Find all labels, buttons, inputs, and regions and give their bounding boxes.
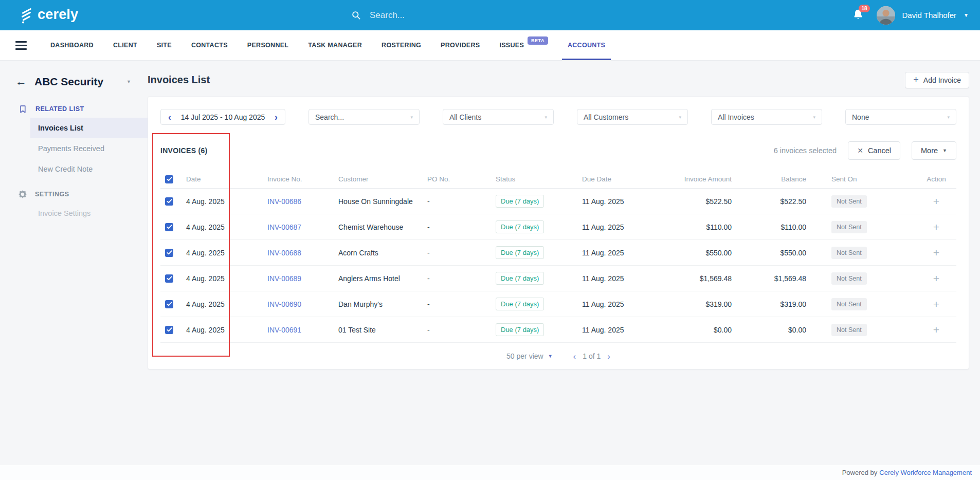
tab-client[interactable]: CLIENT [103, 30, 147, 60]
avatar[interactable] [877, 6, 895, 25]
chevron-down-icon: ▾ [947, 115, 950, 120]
cell-invoice-amount: $319.00 [664, 300, 732, 308]
table-footer: 50 per view ▼ ‹ 1 of 1 › [160, 343, 956, 370]
brand-name[interactable]: cerely [38, 8, 78, 23]
bookmark-icon [19, 105, 27, 114]
column-header-invoice-no[interactable]: Invoice No. [267, 175, 338, 183]
more-button[interactable]: More ▼ [912, 141, 956, 160]
customers-filter[interactable]: All Customers▾ [577, 109, 688, 125]
sent-status-badge: Not Sent [831, 272, 867, 285]
invoice-link[interactable]: INV-00691 [267, 326, 338, 334]
row-checkbox[interactable] [165, 197, 173, 206]
table-row: 4 Aug. 2025INV-0069101 Test Site-Due (7 … [160, 317, 956, 343]
column-header-status[interactable]: Status [496, 175, 582, 183]
invoice-link[interactable]: INV-00687 [267, 223, 338, 231]
cell-customer: Chemist Warehouse [338, 223, 427, 231]
sidebar-item-invoices-list[interactable]: Invoices List [30, 118, 148, 138]
select-all-checkbox[interactable] [165, 175, 173, 183]
cell-customer: Acorn Crafts [338, 249, 427, 257]
column-header-date[interactable]: Date [186, 175, 267, 183]
checkbox-cell [160, 249, 186, 257]
action-cell: + [916, 299, 956, 309]
cell-invoice-amount: $110.00 [664, 223, 732, 231]
row-action-plus-icon[interactable]: + [933, 195, 939, 207]
cancel-button[interactable]: ✕ Cancel [848, 141, 900, 160]
search-filter[interactable]: Search...▾ [308, 109, 420, 125]
row-action-plus-icon[interactable]: + [933, 298, 939, 310]
row-checkbox[interactable] [165, 223, 173, 231]
add-invoice-button[interactable]: + Add Invoice [905, 72, 969, 88]
row-checkbox[interactable] [165, 274, 173, 283]
column-header-sent-on[interactable]: Sent On [806, 175, 916, 183]
row-action-plus-icon[interactable]: + [933, 272, 939, 284]
cell-balance: $110.00 [732, 223, 806, 231]
column-header-action[interactable]: Action [916, 175, 956, 183]
page-prev-icon[interactable]: ‹ [573, 352, 576, 361]
tab-rostering[interactable]: ROSTERING [372, 30, 431, 60]
sent-on-cell: Not Sent [806, 298, 916, 310]
page-next-icon[interactable]: › [607, 352, 610, 361]
column-header-due-date[interactable]: Due Date [582, 175, 664, 183]
tab-personnel[interactable]: PERSONNEL [238, 30, 299, 60]
settings-heading-label: SETTINGS [35, 191, 69, 198]
column-header-invoice-amount[interactable]: Invoice Amount [664, 175, 732, 183]
user-name[interactable]: David Thalhofer [902, 11, 956, 20]
table-row: 4 Aug. 2025INV-00686House On Sunningdale… [160, 189, 956, 214]
row-action-plus-icon[interactable]: + [933, 247, 939, 259]
row-checkbox[interactable] [165, 300, 173, 308]
chevron-right-icon[interactable]: › [275, 113, 278, 122]
back-arrow-icon[interactable]: ← [15, 76, 27, 87]
tab-site[interactable]: SITE [147, 30, 182, 60]
header-right-cluster: 18 David Thalhofer ▼ [853, 6, 969, 25]
column-header-customer[interactable]: Customer [338, 175, 427, 183]
row-action-plus-icon[interactable]: + [933, 221, 939, 233]
per-page-select[interactable]: 50 per view ▼ [506, 352, 553, 360]
page-info: 1 of 1 [583, 352, 601, 360]
filter-value: None [852, 113, 869, 121]
cell-po-no: - [427, 249, 496, 257]
chevron-left-icon[interactable]: ‹ [168, 113, 171, 122]
tab-task-manager[interactable]: TASK MANAGER [298, 30, 372, 60]
clients-filter[interactable]: All Clients▾ [443, 109, 554, 125]
close-icon: ✕ [857, 146, 863, 155]
sidebar-item-new-credit-note[interactable]: New Credit Note [30, 159, 148, 179]
tab-label: SITE [157, 42, 172, 49]
invoice-link[interactable]: INV-00689 [267, 274, 338, 283]
tab-contacts[interactable]: CONTACTS [182, 30, 238, 60]
cell-balance: $1,569.48 [732, 274, 806, 283]
brand[interactable]: cerely [20, 7, 78, 24]
invoices-filter[interactable]: All Invoices▾ [711, 109, 822, 125]
column-header-po-no[interactable]: PO No. [427, 175, 496, 183]
powered-by-link[interactable]: Cerely Workforce Management [879, 469, 972, 476]
sent-on-cell: Not Sent [806, 247, 916, 259]
row-action-plus-icon[interactable]: + [933, 324, 939, 336]
date-range-picker[interactable]: ‹ 14 Jul 2025 - 10 Aug 2025 › [160, 109, 285, 125]
sidebar-item-invoice-settings[interactable]: Invoice Settings [30, 203, 148, 224]
extra-filter[interactable]: None▾ [845, 109, 956, 125]
invoice-link[interactable]: INV-00688 [267, 249, 338, 257]
invoice-link[interactable]: INV-00690 [267, 300, 338, 308]
row-checkbox[interactable] [165, 249, 173, 257]
invoice-link[interactable]: INV-00686 [267, 197, 338, 206]
cell-customer: House On Sunningdale [338, 197, 427, 206]
status-cell: Due (7 days) [496, 195, 582, 208]
tab-dashboard[interactable]: DASHBOARD [41, 30, 103, 60]
cell-po-no: - [427, 274, 496, 283]
user-menu-caret-icon[interactable]: ▼ [964, 12, 969, 18]
column-header-balance[interactable]: Balance [732, 175, 806, 183]
cell-date: 4 Aug. 2025 [186, 197, 267, 206]
notifications-button[interactable]: 18 [853, 9, 863, 22]
tab-accounts[interactable]: ACCOUNTS [558, 30, 615, 60]
nav-tabs: DASHBOARDCLIENTSITECONTACTSPERSONNELTASK… [41, 30, 615, 60]
sidebar-item-payments-received[interactable]: Payments Received [30, 138, 148, 159]
row-checkbox[interactable] [165, 326, 173, 334]
tab-issues[interactable]: ISSUESBETA [489, 30, 558, 60]
date-range-value: 14 Jul 2025 - 10 Aug 2025 [181, 113, 265, 121]
tab-providers[interactable]: PROVIDERS [431, 30, 489, 60]
sidebar-title-caret-icon[interactable]: ▼ [126, 79, 131, 84]
global-search-input[interactable]: Search... [351, 0, 405, 30]
page-title: Invoices List [148, 74, 210, 86]
cell-due-date: 11 Aug. 2025 [582, 326, 664, 334]
menu-icon[interactable] [15, 30, 27, 60]
more-label: More [921, 146, 938, 155]
